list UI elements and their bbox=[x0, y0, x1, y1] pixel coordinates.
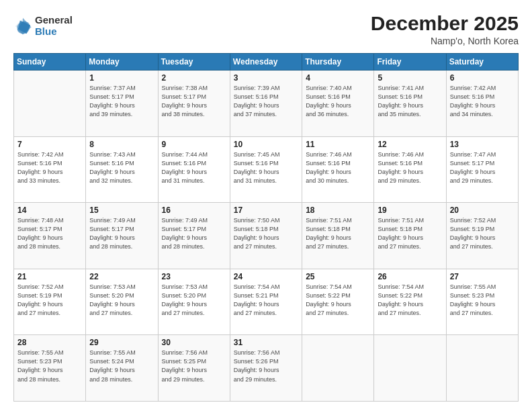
calendar-cell: 14Sunrise: 7:48 AMSunset: 5:17 PMDayligh… bbox=[14, 203, 86, 269]
day-info: Sunrise: 7:49 AMSunset: 5:17 PMDaylight:… bbox=[89, 216, 154, 251]
day-info: Sunrise: 7:52 AMSunset: 5:19 PMDaylight:… bbox=[17, 283, 82, 318]
calendar-cell: 15Sunrise: 7:49 AMSunset: 5:17 PMDayligh… bbox=[86, 203, 158, 269]
calendar-cell: 17Sunrise: 7:50 AMSunset: 5:18 PMDayligh… bbox=[230, 203, 302, 269]
day-number: 16 bbox=[162, 205, 226, 215]
day-number: 20 bbox=[450, 205, 515, 215]
day-number: 2 bbox=[162, 73, 226, 83]
day-info: Sunrise: 7:52 AMSunset: 5:19 PMDaylight:… bbox=[450, 216, 515, 251]
calendar-week-5: 28Sunrise: 7:55 AMSunset: 5:23 PMDayligh… bbox=[14, 335, 519, 402]
day-number: 29 bbox=[89, 338, 154, 347]
day-info: Sunrise: 7:42 AMSunset: 5:16 PMDaylight:… bbox=[450, 84, 515, 119]
day-number: 4 bbox=[306, 73, 370, 83]
day-info: Sunrise: 7:51 AMSunset: 5:18 PMDaylight:… bbox=[306, 216, 370, 251]
calendar-week-1: 1Sunrise: 7:37 AMSunset: 5:17 PMDaylight… bbox=[14, 71, 519, 137]
day-number: 14 bbox=[17, 205, 82, 215]
day-number: 30 bbox=[162, 338, 226, 347]
logo-text: General Blue bbox=[35, 15, 73, 37]
day-info: Sunrise: 7:56 AMSunset: 5:25 PMDaylight:… bbox=[162, 349, 226, 383]
calendar-header-sunday: Sunday bbox=[14, 54, 86, 71]
calendar-cell: 3Sunrise: 7:39 AMSunset: 5:16 PMDaylight… bbox=[230, 71, 302, 137]
logo-general-text: General bbox=[35, 15, 73, 26]
calendar-header-thursday: Thursday bbox=[302, 54, 374, 71]
logo-icon bbox=[13, 17, 32, 36]
day-number: 31 bbox=[234, 338, 298, 347]
day-number: 1 bbox=[89, 73, 154, 83]
calendar-cell: 4Sunrise: 7:40 AMSunset: 5:16 PMDaylight… bbox=[302, 71, 374, 137]
day-info: Sunrise: 7:55 AMSunset: 5:24 PMDaylight:… bbox=[89, 349, 154, 383]
calendar-cell: 29Sunrise: 7:55 AMSunset: 5:24 PMDayligh… bbox=[86, 335, 158, 402]
day-number: 15 bbox=[89, 205, 154, 215]
calendar-cell: 22Sunrise: 7:53 AMSunset: 5:20 PMDayligh… bbox=[86, 269, 158, 335]
day-info: Sunrise: 7:37 AMSunset: 5:17 PMDaylight:… bbox=[89, 84, 154, 119]
calendar-week-3: 14Sunrise: 7:48 AMSunset: 5:17 PMDayligh… bbox=[14, 203, 519, 269]
day-info: Sunrise: 7:45 AMSunset: 5:16 PMDaylight:… bbox=[234, 150, 298, 185]
day-number: 27 bbox=[450, 272, 515, 281]
day-info: Sunrise: 7:50 AMSunset: 5:18 PMDaylight:… bbox=[234, 216, 298, 251]
subtitle: Namp'o, North Korea bbox=[371, 36, 519, 46]
day-number: 9 bbox=[162, 140, 226, 149]
calendar-cell: 18Sunrise: 7:51 AMSunset: 5:18 PMDayligh… bbox=[302, 203, 374, 269]
main-title: December 2025 bbox=[371, 12, 519, 34]
calendar-cell: 8Sunrise: 7:43 AMSunset: 5:16 PMDaylight… bbox=[86, 136, 158, 203]
day-number: 28 bbox=[17, 338, 82, 347]
calendar-cell: 5Sunrise: 7:41 AMSunset: 5:16 PMDaylight… bbox=[374, 71, 446, 137]
day-number: 13 bbox=[450, 140, 515, 149]
day-info: Sunrise: 7:55 AMSunset: 5:23 PMDaylight:… bbox=[450, 283, 515, 318]
calendar-cell: 19Sunrise: 7:51 AMSunset: 5:18 PMDayligh… bbox=[374, 203, 446, 269]
calendar-cell: 24Sunrise: 7:54 AMSunset: 5:21 PMDayligh… bbox=[230, 269, 302, 335]
day-info: Sunrise: 7:49 AMSunset: 5:17 PMDaylight:… bbox=[162, 216, 226, 251]
day-number: 21 bbox=[17, 272, 82, 281]
calendar-cell bbox=[14, 71, 86, 137]
calendar-cell bbox=[374, 335, 446, 402]
day-number: 25 bbox=[306, 272, 370, 281]
calendar-header-saturday: Saturday bbox=[446, 54, 518, 71]
day-info: Sunrise: 7:55 AMSunset: 5:23 PMDaylight:… bbox=[17, 349, 82, 383]
day-number: 6 bbox=[450, 73, 515, 83]
day-info: Sunrise: 7:54 AMSunset: 5:21 PMDaylight:… bbox=[234, 283, 298, 318]
day-info: Sunrise: 7:46 AMSunset: 5:16 PMDaylight:… bbox=[378, 150, 442, 185]
calendar-cell: 31Sunrise: 7:56 AMSunset: 5:26 PMDayligh… bbox=[230, 335, 302, 402]
calendar-cell bbox=[302, 335, 374, 402]
calendar-cell: 30Sunrise: 7:56 AMSunset: 5:25 PMDayligh… bbox=[158, 335, 230, 402]
day-number: 8 bbox=[89, 140, 154, 149]
day-number: 3 bbox=[234, 73, 298, 83]
calendar-cell: 25Sunrise: 7:54 AMSunset: 5:22 PMDayligh… bbox=[302, 269, 374, 335]
calendar-cell: 7Sunrise: 7:42 AMSunset: 5:16 PMDaylight… bbox=[14, 136, 86, 203]
day-info: Sunrise: 7:43 AMSunset: 5:16 PMDaylight:… bbox=[89, 150, 154, 185]
calendar-header-tuesday: Tuesday bbox=[158, 54, 230, 71]
calendar-table: SundayMondayTuesdayWednesdayThursdayFrid… bbox=[13, 53, 519, 402]
day-info: Sunrise: 7:54 AMSunset: 5:22 PMDaylight:… bbox=[378, 283, 442, 318]
calendar-header-row: SundayMondayTuesdayWednesdayThursdayFrid… bbox=[14, 54, 519, 71]
day-number: 11 bbox=[306, 140, 370, 149]
day-info: Sunrise: 7:38 AMSunset: 5:17 PMDaylight:… bbox=[162, 84, 226, 119]
day-info: Sunrise: 7:53 AMSunset: 5:20 PMDaylight:… bbox=[89, 283, 154, 318]
calendar-cell: 20Sunrise: 7:52 AMSunset: 5:19 PMDayligh… bbox=[446, 203, 518, 269]
day-info: Sunrise: 7:47 AMSunset: 5:17 PMDaylight:… bbox=[450, 150, 515, 185]
day-number: 23 bbox=[162, 272, 226, 281]
calendar-header-friday: Friday bbox=[374, 54, 446, 71]
day-number: 18 bbox=[306, 205, 370, 215]
logo-blue-text: Blue bbox=[35, 26, 73, 38]
day-info: Sunrise: 7:51 AMSunset: 5:18 PMDaylight:… bbox=[378, 216, 442, 251]
calendar-cell: 1Sunrise: 7:37 AMSunset: 5:17 PMDaylight… bbox=[86, 71, 158, 137]
calendar-cell: 16Sunrise: 7:49 AMSunset: 5:17 PMDayligh… bbox=[158, 203, 230, 269]
day-info: Sunrise: 7:48 AMSunset: 5:17 PMDaylight:… bbox=[17, 216, 82, 251]
calendar-cell: 21Sunrise: 7:52 AMSunset: 5:19 PMDayligh… bbox=[14, 269, 86, 335]
day-number: 17 bbox=[234, 205, 298, 215]
calendar-cell: 12Sunrise: 7:46 AMSunset: 5:16 PMDayligh… bbox=[374, 136, 446, 203]
title-block: December 2025 Namp'o, North Korea bbox=[371, 12, 519, 46]
day-number: 19 bbox=[378, 205, 442, 215]
day-number: 24 bbox=[234, 272, 298, 281]
calendar-cell: 6Sunrise: 7:42 AMSunset: 5:16 PMDaylight… bbox=[446, 71, 518, 137]
calendar-cell: 9Sunrise: 7:44 AMSunset: 5:16 PMDaylight… bbox=[158, 136, 230, 203]
day-number: 5 bbox=[378, 73, 442, 83]
page: General Blue December 2025 Namp'o, North… bbox=[0, 0, 532, 411]
day-info: Sunrise: 7:53 AMSunset: 5:20 PMDaylight:… bbox=[162, 283, 226, 318]
day-info: Sunrise: 7:40 AMSunset: 5:16 PMDaylight:… bbox=[306, 84, 370, 119]
calendar-cell: 10Sunrise: 7:45 AMSunset: 5:16 PMDayligh… bbox=[230, 136, 302, 203]
day-info: Sunrise: 7:39 AMSunset: 5:16 PMDaylight:… bbox=[234, 84, 298, 119]
calendar-cell: 2Sunrise: 7:38 AMSunset: 5:17 PMDaylight… bbox=[158, 71, 230, 137]
calendar-cell: 28Sunrise: 7:55 AMSunset: 5:23 PMDayligh… bbox=[14, 335, 86, 402]
calendar-cell: 26Sunrise: 7:54 AMSunset: 5:22 PMDayligh… bbox=[374, 269, 446, 335]
calendar-cell: 11Sunrise: 7:46 AMSunset: 5:16 PMDayligh… bbox=[302, 136, 374, 203]
